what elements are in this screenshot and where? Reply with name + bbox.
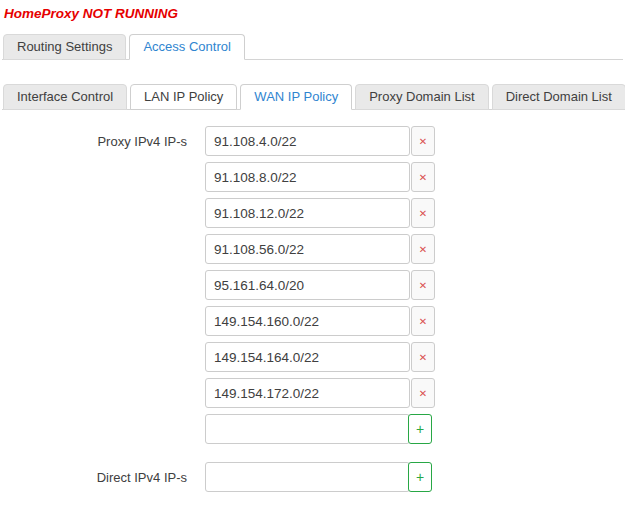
proxy-ip-input[interactable] [205,306,410,336]
list-entry: ✕ [205,126,435,156]
proxy-ip-input[interactable] [205,342,410,372]
direct-ipv4-label: Direct IPv4 IP-s [2,462,187,485]
add-entry-button[interactable]: + [408,462,432,492]
proxy-ip-input[interactable] [205,234,410,264]
tab-direct-domain-list[interactable]: Direct Domain List [492,84,625,110]
remove-entry-button[interactable]: ✕ [411,162,435,192]
list-entry: ✕ [205,198,435,228]
tab-lan-ip-policy[interactable]: LAN IP Policy [130,84,237,110]
remove-entry-button[interactable]: ✕ [411,378,435,408]
proxy-ip-input[interactable] [205,126,410,156]
remove-entry-button[interactable]: ✕ [411,198,435,228]
proxy-ip-input[interactable] [205,198,410,228]
proxy-ipv4-label: Proxy IPv4 IP-s [2,126,187,149]
proxy-ipv4-group: Proxy IPv4 IP-s ✕✕✕✕✕✕✕✕+ [2,126,623,444]
tab-routing-settings[interactable]: Routing Settings [3,34,126,60]
list-entry: + [205,414,435,444]
proxy-ip-input-new[interactable] [205,414,410,444]
list-entry: ✕ [205,306,435,336]
proxy-ip-input[interactable] [205,162,410,192]
remove-entry-button[interactable]: ✕ [411,234,435,264]
add-entry-button[interactable]: + [408,414,432,444]
remove-entry-button[interactable]: ✕ [411,342,435,372]
list-entry: ✕ [205,342,435,372]
proxy-ip-input[interactable] [205,378,410,408]
list-entry: ✕ [205,234,435,264]
main-tabs: Routing SettingsAccess Control [2,34,623,60]
direct-ipv4-list: + [205,462,432,492]
sub-tabs: Interface ControlLAN IP PolicyWAN IP Pol… [2,84,623,110]
remove-entry-button[interactable]: ✕ [411,126,435,156]
tab-interface-control[interactable]: Interface Control [3,84,127,110]
remove-entry-button[interactable]: ✕ [411,270,435,300]
form-section: Proxy IPv4 IP-s ✕✕✕✕✕✕✕✕+ Direct IPv4 IP… [2,126,623,492]
tab-wan-ip-policy[interactable]: WAN IP Policy [240,84,352,110]
list-entry: ✕ [205,270,435,300]
direct-ip-input-new[interactable] [205,462,410,492]
list-entry: + [205,462,432,492]
proxy-ip-input[interactable] [205,270,410,300]
remove-entry-button[interactable]: ✕ [411,306,435,336]
tab-proxy-domain-list[interactable]: Proxy Domain List [355,84,488,110]
status-banner: HomeProxy NOT RUNNING [2,4,623,21]
list-entry: ✕ [205,162,435,192]
proxy-ipv4-list: ✕✕✕✕✕✕✕✕+ [205,126,435,444]
tab-access-control[interactable]: Access Control [129,34,244,60]
list-entry: ✕ [205,378,435,408]
direct-ipv4-group: Direct IPv4 IP-s + [2,462,623,492]
